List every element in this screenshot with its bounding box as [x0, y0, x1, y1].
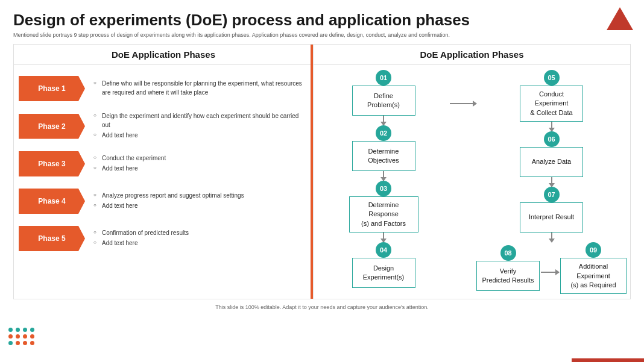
phase-row-1: Phase 1 Define who will be responsible f…: [14, 70, 313, 107]
node-06-badge: 06: [544, 131, 560, 147]
dot-5: [8, 334, 13, 339]
h-arrow-icon: [450, 103, 476, 104]
node-02-group: 02 Determine Objectives: [352, 125, 415, 181]
phase-2-bullet-2: Add text here: [93, 131, 307, 140]
phase-1-label: Phase 1: [38, 84, 65, 93]
phase-5-bullet-1: Confirmation of predicted results: [93, 228, 189, 237]
bottom-bar-decoration: [572, 358, 644, 362]
right-panel-header: DoE Application Phases: [314, 45, 630, 65]
phase-row-2: Phase 2 Deign the experiment and identif…: [14, 107, 313, 145]
dot-2: [16, 328, 20, 332]
phase-3-bullet-2: Add text here: [93, 164, 166, 173]
dot-10: [16, 341, 20, 345]
arrow-06-07: [551, 177, 552, 187]
page: Design of experiments (DoE) process and …: [0, 0, 644, 362]
phase-4-bullet-1: Analyze progress report and suggest opti…: [93, 191, 244, 200]
dot-4: [30, 328, 34, 332]
phase-4-label: Phase 4: [38, 197, 65, 205]
node-01-group: 01 Define Problem(s): [352, 70, 415, 125]
phase-4-bullet-2: Add text here: [93, 201, 244, 210]
arrow-01-02: [383, 116, 384, 125]
node-02-badge: 02: [376, 125, 391, 141]
dot-12: [30, 341, 34, 345]
node-08-box: Verify Predicted Results: [476, 261, 540, 291]
node-02-box: Determine Objectives: [352, 141, 415, 171]
node-01-badge: 01: [376, 70, 391, 86]
dot-3: [23, 328, 27, 332]
page-title: Design of experiments (DoE) process and …: [13, 11, 631, 30]
arrow-05-06: [551, 122, 552, 131]
node-05-box: Conduct Experiment & Collect Data: [520, 86, 583, 122]
h-connector-mid: [450, 70, 476, 294]
node-06-group: 06 Analyze Data: [520, 131, 583, 187]
flow-col-left: 01 Define Problem(s) 02 Determine Object…: [317, 70, 450, 294]
left-panel: DoE Application Phases Phase 1 Define wh…: [13, 44, 314, 299]
dot-9: [8, 341, 13, 345]
node-06-box: Analyze Data: [520, 147, 583, 177]
phase-arrow-5: Phase 5: [19, 226, 85, 251]
node-03-badge: 03: [376, 181, 391, 196]
orange-vline-decoration: [311, 45, 313, 299]
phase-5-bullet-2: Add text here: [93, 239, 189, 248]
node-04-group: 04 Design Experiment(s): [352, 242, 415, 288]
phase-3-bullet-1: Conduct the experiment: [93, 154, 166, 163]
node-05-badge: 05: [544, 70, 560, 86]
arrow-07-08: [551, 232, 552, 242]
node-04-box: Design Experiment(s): [352, 258, 415, 288]
node-09-box: Additional Experiment (s) as Required: [560, 258, 627, 294]
phase-3-desc: Conduct the experiment Add text here: [85, 154, 166, 174]
phase-arrow-3: Phase 3: [19, 151, 85, 176]
node-07-box: Interpret Result: [520, 202, 583, 232]
phase-1-desc: Define who will be responsible for plann…: [85, 79, 307, 98]
phase-2-label: Phase 2: [38, 122, 65, 131]
node-09-group: 09 Additional Experiment (s) as Required: [560, 242, 627, 294]
node-03-group: 03 Determine Response (s) and Factors: [349, 181, 418, 242]
node-09-badge: 09: [586, 242, 601, 258]
phase-2-desc: Deign the experiment and identify how ea…: [85, 111, 307, 141]
phase-row-5: Phase 5 Confirmation of predicted result…: [14, 220, 313, 257]
phase-row-4: Phase 4 Analyze progress report and sugg…: [14, 183, 313, 220]
node-03-box: Determine Response (s) and Factors: [349, 196, 418, 232]
dots-decoration: [8, 328, 35, 345]
corner-triangle-icon: [607, 7, 633, 30]
phase-1-bullet-1: Define who will be responsible for plann…: [93, 79, 307, 97]
phase-arrow-2: Phase 2: [19, 114, 85, 139]
arrow-03-04: [383, 232, 384, 242]
flow-col-right: 05 Conduct Experiment & Collect Data 06 …: [476, 70, 627, 294]
node-07-group: 07 Interpret Result: [520, 187, 583, 242]
footer-note: This slide is 100% editable. Adapt it to…: [13, 304, 631, 310]
node-01-box: Define Problem(s): [352, 86, 415, 116]
node-08-badge: 08: [500, 245, 516, 261]
node-08-group: 08 Verify Predicted Results: [476, 245, 540, 291]
dot-6: [16, 334, 20, 339]
phase-5-desc: Confirmation of predicted results Add te…: [85, 228, 189, 249]
phase-row-3: Phase 3 Conduct the experiment Add text …: [14, 145, 313, 183]
node-08-and-09-row: 08 Verify Predicted Results 09: [476, 242, 627, 294]
left-panel-header: DoE Application Phases: [14, 45, 313, 65]
h-arrow-08-09-wrapper: [541, 263, 559, 273]
phases-list: Phase 1 Define who will be responsible f…: [14, 65, 313, 262]
dot-8: [30, 334, 34, 339]
phase-2-bullet-1: Deign the experiment and identify how ea…: [93, 111, 307, 130]
dot-11: [23, 341, 27, 345]
node-07-badge: 07: [544, 187, 560, 202]
dot-7: [23, 334, 27, 339]
node-04-badge: 04: [376, 242, 391, 258]
phase-4-desc: Analyze progress report and suggest opti…: [85, 191, 244, 211]
h-arrow-08-09: [541, 272, 559, 273]
node-05-group: 05 Conduct Experiment & Collect Data: [520, 70, 583, 131]
flowchart: 01 Define Problem(s) 02 Determine Object…: [314, 65, 630, 299]
content-area: DoE Application Phases Phase 1 Define wh…: [13, 44, 631, 299]
page-subtitle: Mentioned slide portrays 9 step process …: [13, 32, 631, 38]
phase-3-label: Phase 3: [38, 160, 65, 168]
phase-arrow-1: Phase 1: [19, 76, 85, 101]
phase-arrow-4: Phase 4: [19, 189, 85, 214]
dot-1: [8, 328, 13, 332]
arrow-02-03: [383, 171, 384, 181]
right-panel: DoE Application Phases 01 Define Problem…: [314, 44, 631, 299]
phase-5-label: Phase 5: [38, 234, 65, 243]
